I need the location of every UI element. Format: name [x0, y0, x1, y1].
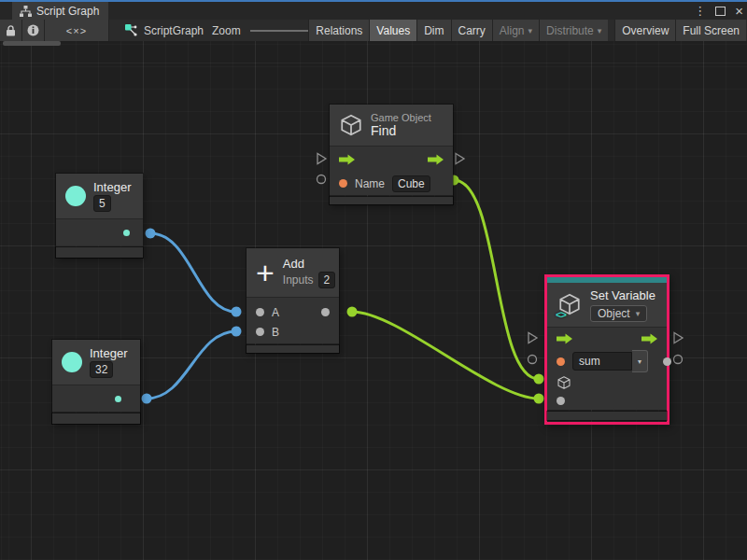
window-controls: ⋮ ×	[694, 2, 743, 20]
control-out-arrow-icon[interactable]	[641, 333, 657, 344]
info-circle-icon	[27, 24, 39, 36]
integer-value-field[interactable]: 5	[93, 195, 111, 212]
graph-hierarchy-icon	[20, 6, 32, 17]
node-footer	[247, 345, 339, 353]
tab-title: Script Graph	[36, 5, 99, 18]
carry-label: Carry	[458, 24, 486, 37]
input-port-b[interactable]	[256, 328, 264, 336]
integer-literal-icon	[65, 186, 86, 206]
integer-value-field[interactable]: 32	[90, 361, 113, 378]
chevron-down-icon: ▾	[598, 26, 602, 35]
value-input-port[interactable]	[557, 397, 565, 405]
close-icon[interactable]: ×	[735, 4, 743, 18]
variable-name-dropdown[interactable]: sum ▾	[572, 350, 648, 372]
graph-toolbar: <×> ScriptGraph Zoom 1x Relations Values…	[0, 20, 747, 42]
node-title: Integer	[90, 346, 127, 360]
node-footer	[547, 412, 667, 420]
full-screen-button[interactable]: Full Screen	[675, 20, 746, 41]
script-graph-asset-icon	[124, 23, 138, 37]
node-header[interactable]: Game Object Find	[330, 105, 453, 146]
kebab-menu-icon[interactable]: ⋮	[694, 5, 706, 17]
node-body	[56, 218, 143, 245]
inspector-button[interactable]	[22, 20, 45, 41]
node-title: Find	[371, 123, 431, 138]
value-output-port[interactable]	[663, 357, 671, 366]
name-label: Name	[355, 177, 385, 190]
node-body: Name Cube	[330, 146, 453, 195]
code-view-button[interactable]: <×>	[45, 20, 109, 41]
distribute-button[interactable]: Distribute▾	[539, 20, 608, 41]
relations-label: Relations	[316, 24, 362, 37]
node-footer	[52, 413, 140, 424]
node-gameobject-find[interactable]: Game Object Find Name Cube	[330, 105, 453, 204]
carry-button[interactable]: Carry	[451, 20, 492, 41]
integer-output-port[interactable]	[115, 396, 121, 402]
node-set-variable-selected[interactable]: <> Set Variable Object ▾ sum ▾	[544, 274, 669, 425]
toolbar-gap	[608, 20, 614, 41]
port-b-label: B	[272, 326, 279, 339]
chevron-down-icon: ▾	[529, 26, 533, 35]
target-object-port[interactable]	[557, 375, 571, 390]
chevron-down-icon: ▾	[632, 350, 648, 372]
set-variable-icon: <>	[557, 293, 583, 317]
graph-name-label: ScriptGraph	[144, 24, 204, 37]
tab-script-graph[interactable]: Script Graph	[12, 2, 108, 20]
variable-name-value: sum	[572, 352, 632, 371]
node-title: Add	[283, 257, 335, 271]
integer-literal-icon	[62, 352, 82, 372]
node-header[interactable]: <> Set Variable Object ▾	[547, 283, 667, 327]
control-in-arrow-icon[interactable]	[339, 154, 355, 165]
control-out-arrow-icon[interactable]	[428, 154, 444, 165]
sum-output-port[interactable]	[321, 308, 330, 316]
toolbar-left-group: <×>	[0, 20, 109, 41]
align-button[interactable]: Align▾	[492, 20, 539, 41]
input-port-a[interactable]	[256, 308, 264, 316]
script-graph-window: Script Graph ⋮ × <×>	[0, 0, 747, 560]
node-category: Game Object	[371, 112, 431, 123]
dim-button[interactable]: Dim	[416, 20, 450, 41]
node-body: A B	[247, 297, 339, 343]
control-in-arrow-icon[interactable]	[557, 333, 572, 344]
overview-label: Overview	[622, 24, 669, 37]
code-view-glyph: <×>	[66, 25, 87, 36]
tab-bar: Script Graph	[0, 2, 747, 20]
node-footer	[56, 247, 143, 258]
inputs-label: Inputs	[283, 273, 314, 287]
zoom-label: Zoom	[212, 24, 241, 37]
variable-kind-dropdown[interactable]: Object ▾	[590, 305, 647, 322]
node-header[interactable]: Integer 32	[52, 340, 140, 385]
maximize-icon[interactable]	[715, 7, 726, 16]
dim-label: Dim	[424, 24, 444, 37]
node-body	[52, 385, 140, 412]
values-label: Values	[376, 24, 410, 37]
node-header[interactable]: + Add Inputs 2	[247, 248, 339, 297]
overview-button[interactable]: Overview	[614, 20, 675, 41]
variable-name-port[interactable]	[557, 357, 565, 366]
integer-output-port[interactable]	[123, 230, 130, 236]
align-label: Align	[500, 24, 525, 37]
name-input-port[interactable]	[339, 179, 347, 188]
node-integer-5[interactable]: Integer 5	[56, 174, 143, 258]
chevron-down-icon: ▾	[636, 309, 641, 318]
node-header[interactable]: Integer 5	[56, 174, 143, 218]
padlock-icon	[6, 25, 16, 36]
node-integer-32[interactable]: Integer 32	[52, 340, 140, 424]
add-plus-icon: +	[256, 260, 275, 285]
relations-button[interactable]: Relations	[308, 20, 369, 41]
values-button[interactable]: Values	[369, 20, 416, 41]
port-a-label: A	[272, 306, 279, 319]
horizontal-scrollbar-thumb[interactable]	[3, 41, 61, 46]
lock-button[interactable]	[0, 20, 22, 41]
node-title: Set Variable	[590, 288, 655, 302]
gameobject-cube-icon	[339, 113, 363, 137]
name-value-field[interactable]: Cube	[392, 175, 430, 192]
distribute-label: Distribute	[546, 24, 594, 37]
node-add[interactable]: + Add Inputs 2 A B	[247, 248, 339, 353]
node-title: Integer	[93, 180, 131, 194]
toolbar-view-buttons: Relations Values Dim Carry Align▾ Distri…	[308, 20, 746, 41]
variable-kind-label: Object	[598, 307, 630, 320]
full-screen-label: Full Screen	[683, 24, 740, 37]
node-body: sum ▾	[547, 327, 667, 410]
inputs-count-field[interactable]: 2	[318, 272, 336, 288]
graph-reference[interactable]: ScriptGraph	[124, 20, 204, 41]
